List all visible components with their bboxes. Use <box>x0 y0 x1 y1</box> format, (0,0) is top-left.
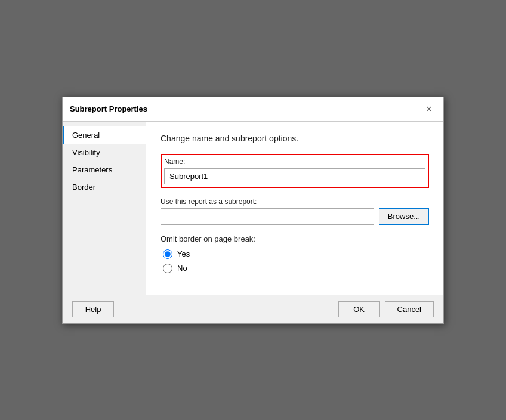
dialog-title: Subreport Properties <box>70 104 147 113</box>
sidebar-item-border[interactable]: Border <box>63 178 146 196</box>
radio-no-label: No <box>177 264 187 273</box>
footer-right: OK Cancel <box>338 301 434 317</box>
name-field-wrapper: Name: <box>161 154 429 188</box>
radio-group: Yes No <box>163 249 429 273</box>
help-button[interactable]: Help <box>72 301 114 317</box>
dialog-body: General Visibility Parameters Border Cha… <box>63 122 443 295</box>
section-title: Change name and subreport options. <box>161 134 429 143</box>
radio-no[interactable] <box>163 264 172 273</box>
subreport-label: Use this report as a subreport: <box>161 197 429 206</box>
name-input[interactable] <box>164 168 425 184</box>
footer-left: Help <box>72 301 114 317</box>
radio-yes-label: Yes <box>177 249 190 258</box>
close-button[interactable]: × <box>422 102 436 116</box>
sidebar-item-parameters[interactable]: Parameters <box>63 161 146 178</box>
name-field-group: Name: <box>161 154 429 188</box>
sidebar-item-general[interactable]: General <box>63 126 146 144</box>
dialog-footer: Help OK Cancel <box>63 295 443 323</box>
subreport-field-group: Use this report as a subreport: Browse..… <box>161 197 429 225</box>
subreport-properties-dialog: Subreport Properties × General Visibilit… <box>62 97 444 324</box>
omit-border-group: Omit border on page break: Yes No <box>161 234 429 273</box>
omit-border-label: Omit border on page break: <box>161 234 429 243</box>
browse-button[interactable]: Browse... <box>379 208 429 225</box>
sidebar: General Visibility Parameters Border <box>63 122 146 295</box>
cancel-button[interactable]: Cancel <box>385 301 434 317</box>
title-bar: Subreport Properties × <box>63 97 443 122</box>
name-label: Name: <box>164 158 425 166</box>
subreport-input[interactable] <box>161 208 374 225</box>
radio-no-item[interactable]: No <box>163 264 429 273</box>
sidebar-item-visibility[interactable]: Visibility <box>63 144 146 161</box>
ok-button[interactable]: OK <box>338 301 380 317</box>
main-content: Change name and subreport options. Name:… <box>146 122 443 295</box>
radio-yes[interactable] <box>163 249 172 259</box>
radio-yes-item[interactable]: Yes <box>163 249 429 259</box>
subreport-row: Browse... <box>161 208 429 225</box>
